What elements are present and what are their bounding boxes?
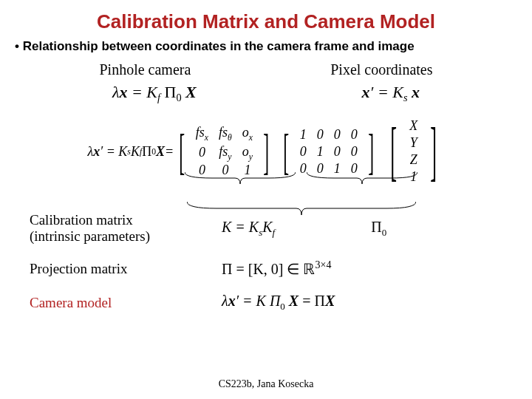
big-equation: λx′ = KsKf Π0X = [ fsxfsθox 0fsyoy 001 ]… bbox=[0, 117, 532, 185]
curly-brace-icon bbox=[307, 172, 417, 184]
bullet-line: • Relationship between coordinates in th… bbox=[15, 39, 532, 54]
eq-camera-model: λx′ = K Π0 X = ΠX bbox=[200, 293, 532, 313]
slide-title: Calibration Matrix and Camera Model bbox=[0, 10, 532, 33]
slide-footer: CS223b, Jana Kosecka bbox=[0, 378, 532, 390]
subhead-pixel: Pixel coordinates bbox=[330, 61, 432, 78]
label-projection: Projection matrix bbox=[30, 261, 200, 277]
subhead-pinhole: Pinhole camera bbox=[99, 61, 191, 78]
projection-matrix: 1000 0100 0010 bbox=[295, 126, 363, 177]
label-camera-model: Camera model bbox=[30, 295, 200, 311]
eq-projection: Π = [K, 0] ∈ ℝ3×4 bbox=[200, 259, 532, 278]
eq-pinhole: λx = Kf Π0 X bbox=[112, 83, 197, 104]
eq-pixel: x′ = Ks x bbox=[362, 83, 420, 104]
curly-brace-icon bbox=[185, 172, 296, 184]
label-calibration: Calibration matrix (intrinsic parameters… bbox=[30, 212, 200, 245]
intrinsic-matrix: fsxfsθox 0fsyoy 001 bbox=[191, 124, 258, 179]
curly-brace-icon bbox=[187, 202, 416, 215]
eq-calibration: K = KsKf Π0 bbox=[200, 219, 532, 239]
